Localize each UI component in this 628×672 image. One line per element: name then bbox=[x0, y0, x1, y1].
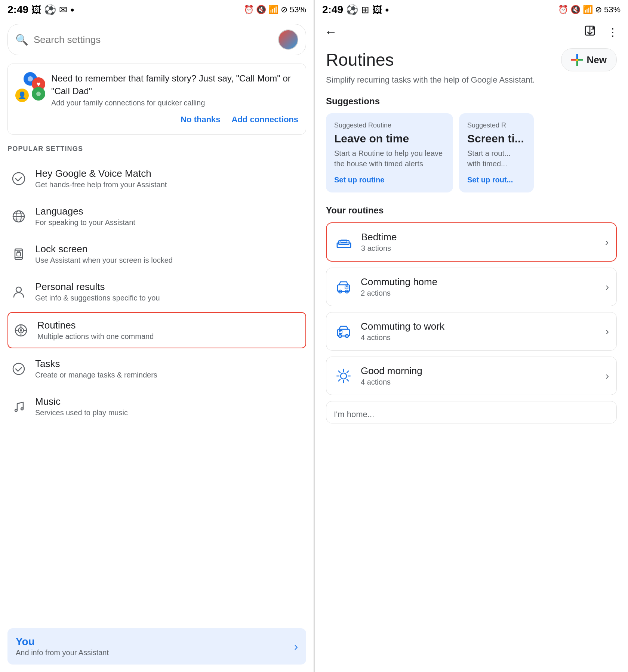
routine-item-good-morning[interactable]: Good morning 4 actions › bbox=[326, 357, 617, 395]
dot-indicator: ● bbox=[70, 6, 74, 14]
personal-results-text: Personal results Get info & suggestions … bbox=[35, 281, 303, 302]
ball-icon-right: ⚽ bbox=[346, 4, 358, 16]
search-icon: 🔍 bbox=[15, 34, 28, 46]
you-title: You bbox=[16, 636, 109, 648]
svg-point-22 bbox=[21, 408, 23, 410]
svg-rect-24 bbox=[337, 243, 351, 247]
no-thanks-button[interactable]: No thanks bbox=[181, 113, 220, 126]
commuting-work-text: Commuting to work 4 actions bbox=[361, 321, 598, 342]
tasks-text: Tasks Create or manage tasks & reminders bbox=[35, 358, 303, 379]
settings-item-languages[interactable]: Languages For speaking to your Assistant bbox=[7, 197, 306, 235]
bedtime-text: Bedtime 3 actions bbox=[361, 231, 598, 253]
svg-point-39 bbox=[341, 373, 347, 379]
wifi-icon-right: 📶 bbox=[583, 5, 593, 15]
right-status-bar: 2:49 ⚽ ⊞ 🖼 ● ⏰ 🔇 📶 ⊘ 53% bbox=[315, 0, 628, 18]
routines-text: Routines Multiple actions with one comma… bbox=[37, 320, 301, 341]
suggestion-card-leave-on-time[interactable]: Suggested Routine Leave on time Start a … bbox=[326, 113, 453, 192]
battery-right: 53% bbox=[604, 5, 621, 15]
new-button-label: New bbox=[587, 54, 607, 66]
right-status-left: 2:49 ⚽ ⊞ 🖼 ● bbox=[322, 4, 389, 16]
suggestion-card-screen-time[interactable]: Suggested R Screen ti... Start a rout...… bbox=[459, 113, 534, 192]
promo-title: Need to remember that family story? Just… bbox=[51, 72, 298, 97]
settings-item-personal-results[interactable]: Personal results Get info & suggestions … bbox=[7, 273, 306, 311]
settings-item-hey-google[interactable]: Hey Google & Voice Match Get hands-free … bbox=[7, 160, 306, 197]
promo-icons: ♥ 👤 bbox=[15, 72, 45, 102]
suggestion-link-2[interactable]: Set up rout... bbox=[467, 176, 526, 184]
music-text: Music Services used to play music bbox=[35, 396, 303, 417]
commuting-home-sub: 2 actions bbox=[361, 289, 598, 298]
svg-point-20 bbox=[13, 363, 24, 374]
routine-item-commuting-work[interactable]: Commuting to work 4 actions › bbox=[326, 312, 617, 351]
block-icon-right: ⊘ bbox=[595, 5, 602, 15]
settings-item-routines[interactable]: Routines Multiple actions with one comma… bbox=[7, 312, 306, 348]
good-morning-title: Good morning bbox=[361, 365, 598, 377]
avatar[interactable] bbox=[278, 30, 298, 50]
svg-line-45 bbox=[347, 379, 348, 381]
dot-icon-right: ● bbox=[385, 6, 389, 14]
svg-point-1 bbox=[36, 92, 41, 96]
commuting-work-title: Commuting to work bbox=[361, 321, 598, 332]
music-icon bbox=[10, 398, 27, 415]
search-input-placeholder[interactable]: Search settings bbox=[34, 34, 273, 46]
photo-icon-right: 🖼 bbox=[372, 4, 382, 16]
battery-left: 53% bbox=[290, 5, 306, 15]
status-left: 2:49 🖼 ⚽ ✉ ● bbox=[7, 4, 74, 16]
sun-icon bbox=[334, 366, 353, 386]
languages-text: Languages For speaking to your Assistant bbox=[35, 206, 303, 227]
svg-point-2 bbox=[13, 173, 25, 185]
left-panel: 2:49 🖼 ⚽ ✉ ● ⏰ 🔇 📶 ⊘ 53% 🔍 Search settin… bbox=[0, 0, 314, 672]
routine-item-im-home-partial[interactable]: I'm home... bbox=[326, 401, 617, 423]
bedtime-chevron-icon: › bbox=[605, 236, 609, 248]
svg-point-15 bbox=[20, 329, 22, 332]
languages-title: Languages bbox=[35, 206, 303, 217]
new-routine-button[interactable]: New bbox=[561, 48, 617, 71]
you-card[interactable]: You And info from your Assistant › bbox=[7, 628, 306, 665]
hey-google-title: Hey Google & Voice Match bbox=[35, 168, 303, 179]
svg-point-0 bbox=[28, 76, 33, 81]
good-morning-sub: 4 actions bbox=[361, 378, 598, 386]
right-status-right: ⏰ 🔇 📶 ⊘ 53% bbox=[558, 5, 621, 15]
tasks-icon bbox=[10, 361, 27, 377]
you-subtitle: And info from your Assistant bbox=[16, 648, 109, 657]
promo-subtitle: Add your family connections for quicker … bbox=[51, 99, 298, 107]
svg-line-46 bbox=[347, 371, 348, 372]
commuting-home-text: Commuting home 2 actions bbox=[361, 276, 598, 298]
bedtime-sub: 3 actions bbox=[361, 244, 598, 253]
block-icon-left: ⊘ bbox=[281, 5, 287, 15]
chevron-right-icon: › bbox=[294, 640, 298, 653]
you-card-text: You And info from your Assistant bbox=[16, 636, 109, 657]
suggestion-label-2: Suggested R bbox=[467, 121, 526, 129]
add-connections-button[interactable]: Add connections bbox=[232, 113, 298, 126]
alarm-icon-right: ⏰ bbox=[558, 5, 568, 15]
settings-item-tasks[interactable]: Tasks Create or manage tasks & reminders bbox=[7, 350, 306, 388]
lock-screen-sub: Use Assistant when your screen is locked bbox=[35, 256, 303, 265]
settings-item-music[interactable]: Music Services used to play music bbox=[7, 388, 306, 425]
install-app-button[interactable] bbox=[582, 22, 598, 41]
mute-icon-left: 🔇 bbox=[256, 5, 266, 15]
settings-item-lock-screen[interactable]: Lock screen Use Assistant when your scre… bbox=[7, 235, 306, 273]
suggestion-title-1: Leave on time bbox=[334, 132, 445, 145]
routine-item-bedtime[interactable]: Bedtime 3 actions › bbox=[326, 222, 617, 262]
languages-sub: For speaking to your Assistant bbox=[35, 218, 303, 227]
partial-item-label: I'm home... bbox=[334, 410, 609, 419]
google-plus-icon bbox=[571, 54, 583, 66]
check-circle-icon bbox=[10, 170, 27, 187]
routine-item-commuting-home[interactable]: Commuting home 2 actions › bbox=[326, 268, 617, 306]
promo-top: ♥ 👤 Need to remember that family story? … bbox=[15, 72, 298, 107]
mail-icon: ✉ bbox=[59, 4, 67, 16]
promo-actions: No thanks Add connections bbox=[15, 113, 298, 126]
suggestion-link-1[interactable]: Set up routine bbox=[334, 176, 445, 184]
music-title: Music bbox=[35, 396, 303, 407]
back-button[interactable]: ← bbox=[322, 22, 339, 41]
routines-sub: Multiple actions with one command bbox=[37, 332, 301, 341]
svg-point-21 bbox=[15, 409, 17, 411]
more-options-button[interactable]: ⋮ bbox=[605, 23, 621, 41]
search-bar[interactable]: 🔍 Search settings bbox=[7, 24, 306, 55]
person-icon bbox=[10, 284, 27, 300]
phone-lock-icon bbox=[10, 246, 27, 262]
title-row: Routines New bbox=[326, 48, 617, 71]
status-right-left: ⏰ 🔇 📶 ⊘ 53% bbox=[244, 5, 306, 15]
suggestions-section-title: Suggestions bbox=[326, 96, 617, 107]
personal-results-title: Personal results bbox=[35, 281, 303, 293]
lock-screen-title: Lock screen bbox=[35, 243, 303, 255]
